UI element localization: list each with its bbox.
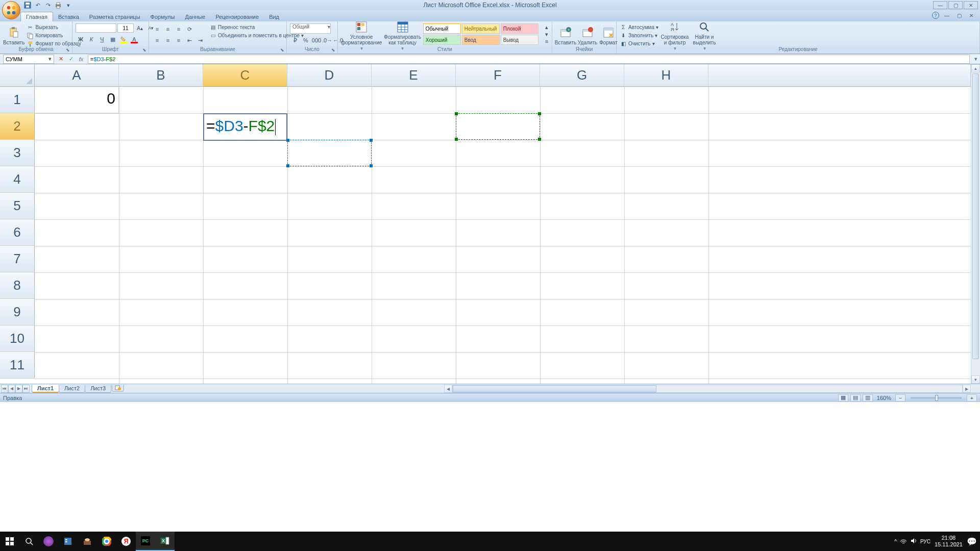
style-output[interactable]: Вывод	[501, 35, 538, 45]
row-header-5[interactable]: 5	[0, 193, 35, 219]
save-icon[interactable]	[23, 1, 32, 9]
horizontal-scroll-thumb[interactable]	[453, 385, 656, 392]
number-format-select[interactable]: Общий ▾	[290, 23, 331, 34]
formula-bar-expand-icon[interactable]: ▾	[972, 56, 980, 62]
zoom-in-button[interactable]: +	[967, 394, 977, 402]
clipboard-dialog-launcher[interactable]: ⬊	[65, 47, 71, 53]
tab-home[interactable]: Главная	[20, 12, 53, 21]
cell-A1[interactable]: 0	[35, 87, 119, 113]
view-page-break-button[interactable]: ▥	[863, 394, 873, 402]
tab-data[interactable]: Данные	[180, 12, 210, 21]
ref-handle[interactable]	[370, 139, 373, 142]
sort-filter-button[interactable]: AЯ Сортировка и фильтр ▾	[660, 23, 689, 48]
grow-font-button[interactable]: A▴	[135, 23, 145, 33]
insert-cells-button[interactable]: + Вставить	[555, 23, 576, 48]
tray-chevron-icon[interactable]: ^	[894, 539, 897, 544]
vertical-scrollbar[interactable]: ▴ ▾	[971, 64, 980, 384]
new-sheet-button[interactable]	[112, 385, 124, 392]
fill-button[interactable]: ⬇Заполнить ▾	[620, 32, 658, 39]
ref-handle[interactable]	[538, 112, 541, 115]
view-normal-button[interactable]: ▦	[838, 394, 848, 402]
maximize-button[interactable]: ▢	[948, 1, 963, 9]
vertical-scroll-thumb[interactable]	[972, 73, 979, 359]
align-bottom-button[interactable]: ≡	[174, 24, 184, 34]
taskbar-clock[interactable]: 21:08 15.11.2021	[935, 535, 963, 548]
col-header-H[interactable]: H	[624, 64, 708, 87]
paste-button[interactable]: Вставить	[3, 23, 24, 48]
style-normal[interactable]: Обычный	[423, 23, 461, 34]
insert-function-button[interactable]: fx	[77, 55, 86, 63]
office-button[interactable]	[2, 1, 20, 19]
tab-view[interactable]: Вид	[264, 12, 284, 21]
zoom-slider[interactable]	[911, 397, 962, 399]
underline-button[interactable]: Ч	[97, 35, 107, 44]
tab-review[interactable]: Рецензирование	[210, 12, 264, 21]
minimize-button[interactable]: —	[933, 1, 947, 9]
view-page-layout-button[interactable]: ▤	[850, 394, 861, 402]
zoom-slider-thumb[interactable]	[935, 395, 938, 401]
sheet-nav-first[interactable]: ⏮	[1, 385, 8, 393]
tray-language[interactable]: РУС	[920, 539, 930, 544]
scroll-up-button[interactable]: ▴	[971, 64, 980, 72]
cells-area[interactable]: 0 =$D3-F$2	[35, 87, 971, 384]
taskbar-app-3[interactable]	[78, 532, 97, 551]
row-header-8[interactable]: 8	[0, 272, 35, 299]
sheet-nav-prev[interactable]: ◀	[8, 385, 15, 393]
font-dialog-launcher[interactable]: ⬊	[141, 47, 148, 53]
font-name-select[interactable]	[76, 23, 116, 33]
col-header-E[interactable]: E	[372, 64, 456, 87]
qat-dropdown-icon[interactable]: ▾	[64, 1, 72, 9]
ref-handle[interactable]	[455, 138, 458, 141]
tray-volume-icon[interactable]	[910, 537, 917, 545]
fill-color-button[interactable]	[118, 35, 129, 44]
styles-scroll-down[interactable]: ▾	[542, 31, 552, 38]
horizontal-scrollbar[interactable]: ◀ ▶	[444, 385, 971, 393]
bold-button[interactable]: Ж	[76, 35, 86, 44]
orientation-button[interactable]: ⟳	[184, 24, 194, 34]
ref-handle[interactable]	[538, 138, 541, 141]
alignment-dialog-launcher[interactable]: ⬊	[279, 47, 285, 53]
find-select-button[interactable]: Найти и выделить ▾	[691, 23, 718, 48]
col-header-C[interactable]: C	[203, 64, 287, 87]
number-dialog-launcher[interactable]: ⬊	[330, 47, 336, 53]
tab-formulas[interactable]: Формулы	[145, 12, 180, 21]
increase-decimal-button[interactable]: .0→	[322, 36, 332, 45]
scroll-left-button[interactable]: ◀	[444, 385, 452, 393]
col-header-G[interactable]: G	[540, 64, 624, 87]
col-header-A[interactable]: A	[35, 64, 119, 87]
row-header-6[interactable]: 6	[0, 219, 35, 246]
search-button[interactable]	[19, 532, 39, 551]
row-header-7[interactable]: 7	[0, 246, 35, 272]
ref-handle[interactable]	[455, 112, 458, 115]
formula-input[interactable]: =$D3-F$2	[88, 55, 970, 64]
redo-icon[interactable]: ↷	[44, 1, 52, 9]
border-button[interactable]: ▦	[108, 35, 118, 44]
tray-wifi-icon[interactable]	[900, 537, 907, 545]
styles-more-button[interactable]: ≡	[542, 38, 552, 45]
zoom-out-button[interactable]: −	[895, 394, 905, 402]
increase-indent-button[interactable]: ⇥	[195, 36, 205, 45]
ribbon-close-button[interactable]: ✕	[967, 11, 976, 19]
name-box-dropdown-icon[interactable]: ▾	[46, 56, 54, 62]
sheet-tab-3[interactable]: Лист3	[85, 385, 111, 393]
style-neutral[interactable]: Нейтральный	[462, 23, 500, 34]
sheet-nav-last[interactable]: ⏭	[22, 385, 30, 393]
font-color-button[interactable]: A	[129, 35, 139, 44]
help-icon[interactable]: ?	[932, 12, 939, 19]
print-icon[interactable]	[54, 1, 62, 9]
close-button[interactable]: ✕	[964, 1, 978, 9]
scroll-down-button[interactable]: ▾	[971, 375, 980, 384]
conditional-formatting-button[interactable]: Условное форматирование ▾	[341, 23, 382, 48]
ref-handle[interactable]	[370, 164, 373, 167]
decrease-indent-button[interactable]: ⇤	[184, 36, 194, 45]
formula-enter-button[interactable]: ✓	[66, 55, 76, 63]
sheet-tab-1[interactable]: Лист1	[32, 385, 59, 393]
tab-page-layout[interactable]: Разметка страницы	[84, 12, 145, 21]
taskbar-app-1[interactable]	[39, 532, 58, 551]
tray-notifications-icon[interactable]: 💬	[967, 537, 977, 546]
formula-cancel-button[interactable]: ✕	[56, 55, 65, 63]
style-bad[interactable]: Плохой	[501, 23, 538, 34]
ref-handle[interactable]	[286, 164, 289, 167]
align-left-button[interactable]: ≡	[152, 36, 162, 45]
col-header-D[interactable]: D	[287, 64, 372, 87]
